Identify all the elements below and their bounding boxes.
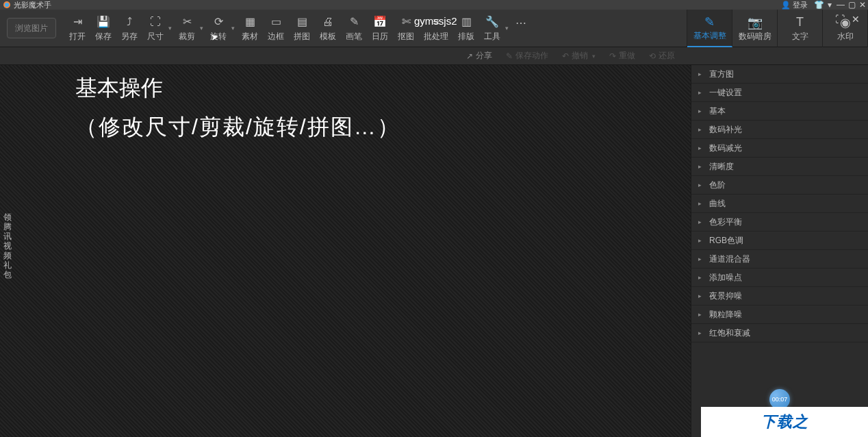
tb-saveas[interactable]: ⤴另存: [116, 10, 142, 47]
tb-collage[interactable]: ▤拼图: [289, 10, 315, 47]
saveas-icon: ⤴: [127, 14, 132, 29]
tools-icon: 🔧: [485, 14, 499, 29]
panel-grain-denoise[interactable]: ▸颗粒降噪: [691, 305, 868, 324]
arrow-icon: ▸: [698, 163, 705, 170]
arrow-icon: ▸: [698, 311, 705, 318]
arrow-icon: ▸: [698, 274, 705, 281]
close-window-icon[interactable]: ✕: [857, 0, 868, 10]
tb-border-label: 边框: [268, 31, 284, 42]
tb-material[interactable]: ▦素材: [237, 10, 263, 47]
app-title: 光影魔术手: [14, 0, 51, 10]
crop-dd[interactable]: ▾: [200, 25, 205, 32]
dropdown-icon[interactable]: ▾: [824, 0, 835, 10]
cutout-icon: ✄: [402, 14, 411, 29]
inner-window-controls: ⛶ ✕: [835, 14, 860, 25]
login-label: 登录: [793, 0, 808, 10]
collage-icon: ▤: [297, 14, 307, 29]
panel-color-balance[interactable]: ▸色彩平衡: [691, 213, 868, 232]
redo-label: 重做: [619, 50, 635, 62]
tab-darkroom[interactable]: 📷数码暗房: [732, 10, 778, 47]
crop-icon: ✂: [183, 14, 192, 29]
user-icon: 👤: [781, 1, 791, 10]
arrow-icon: ▸: [698, 145, 705, 151]
tb-more[interactable]: ⋯: [511, 10, 531, 47]
share-button[interactable]: ↗分享: [459, 50, 499, 62]
tb-template-label: 模板: [320, 31, 336, 42]
undo-icon: ↶: [562, 51, 569, 61]
arrow-icon: ▸: [698, 329, 705, 336]
timer-text: 00:07: [772, 396, 788, 403]
tb-size[interactable]: ⛶尺寸: [142, 10, 168, 47]
tb-open-label: 打开: [69, 31, 86, 42]
tb-save[interactable]: 💾保存: [90, 10, 116, 47]
svg-point-1: [5, 3, 9, 7]
tb-brush-label: 画笔: [346, 31, 362, 42]
ad-text: 下载之: [761, 412, 808, 432]
panel-rgb-tone[interactable]: ▸RGB色调: [691, 232, 868, 250]
restore-button[interactable]: ⟲还原: [642, 50, 682, 62]
panel-sharpness[interactable]: ▸清晰度: [691, 158, 868, 176]
arrow-icon: ▸: [698, 126, 705, 133]
redo-button[interactable]: ↷重做: [602, 50, 642, 62]
minimize-icon[interactable]: —: [835, 0, 846, 10]
arrow-icon: ▸: [698, 255, 705, 262]
tab-text[interactable]: T文字: [778, 10, 823, 47]
action-bar: ↗分享 ✎保存动作 ↶撤销▾ ↷重做 ⟲还原: [0, 47, 868, 65]
redo-icon: ↷: [609, 51, 616, 61]
tb-open[interactable]: ⇥打开: [64, 10, 90, 47]
undo-button[interactable]: ↶撤销▾: [555, 50, 602, 62]
tutorial-text: 基本操作 （修改尺寸/剪裁/旋转/拼图…）: [75, 71, 400, 145]
tab-text-label: 文字: [792, 31, 808, 42]
maximize-icon[interactable]: ▢: [846, 0, 857, 10]
arrow-icon: ▸: [698, 292, 705, 299]
tb-cutout-label: 抠图: [398, 31, 414, 42]
camera-icon: 📷: [748, 14, 763, 31]
more-icon: ⋯: [515, 15, 526, 30]
tutorial-line2: （修改尺寸/剪裁/旋转/拼图…）: [75, 110, 400, 145]
tb-rotate[interactable]: ⟳旋转: [205, 10, 231, 47]
tb-calendar[interactable]: 📅日历: [367, 10, 393, 47]
panel-oneclick[interactable]: ▸一键设置: [691, 84, 868, 102]
layout-icon: ▥: [461, 14, 472, 29]
panel-label: 一键设置: [709, 87, 742, 99]
tb-brush[interactable]: ✎画笔: [341, 10, 367, 47]
size-dd[interactable]: ▾: [168, 25, 174, 32]
save-action-icon: ✎: [506, 51, 513, 61]
panel-label: 颗粒降噪: [709, 309, 742, 321]
panel-basic[interactable]: ▸基本: [691, 102, 868, 121]
share-icon: ↗: [466, 51, 473, 61]
inner-maximize-icon[interactable]: ⛶: [835, 14, 845, 25]
share-label: 分享: [476, 50, 492, 62]
panel-label: 色阶: [709, 179, 726, 191]
tb-layout[interactable]: ▥排版: [453, 10, 479, 47]
login-link[interactable]: 👤 登录: [776, 0, 813, 10]
bottom-ad[interactable]: 下载之: [701, 407, 868, 437]
panel-levels[interactable]: ▸色阶: [691, 176, 868, 195]
panel-reduce-light[interactable]: ▸数码减光: [691, 139, 868, 158]
panel-label: 红饱和衰减: [709, 327, 750, 339]
panel-label: 清晰度: [709, 161, 734, 173]
save-action-button[interactable]: ✎保存动作: [499, 50, 555, 62]
rotate-dd[interactable]: ▾: [231, 25, 237, 32]
panel-add-noise[interactable]: ▸添加噪点: [691, 269, 868, 287]
panel-fill-light[interactable]: ▸数码补光: [691, 121, 868, 139]
panel-curves[interactable]: ▸曲线: [691, 195, 868, 213]
tshirt-icon[interactable]: 👕: [813, 0, 824, 10]
panel-channel-mixer[interactable]: ▸通道混合器: [691, 250, 868, 269]
tb-tools[interactable]: 🔧工具: [479, 10, 505, 47]
tools-dd[interactable]: ▾: [505, 25, 511, 32]
side-ad-text[interactable]: 领腾讯视频礼包: [3, 212, 12, 279]
panel-label: 添加噪点: [709, 272, 742, 284]
panel-red-saturation[interactable]: ▸红饱和衰减: [691, 324, 868, 342]
tab-basic-adjust[interactable]: ✎基本调整: [687, 10, 732, 47]
tb-template[interactable]: 🖨模板: [315, 10, 341, 47]
tb-border[interactable]: ▭边框: [263, 10, 289, 47]
inner-close-icon[interactable]: ✕: [852, 14, 860, 25]
undo-label: 撤销: [572, 50, 588, 62]
overlay-watermark-label: gymssjs2: [414, 15, 457, 27]
panel-night-denoise[interactable]: ▸夜景抑噪: [691, 287, 868, 305]
tb-crop[interactable]: ✂裁剪: [174, 10, 200, 47]
browse-button[interactable]: 浏览图片: [7, 18, 56, 38]
panel-histogram[interactable]: ▸直方图: [691, 65, 868, 84]
open-icon: ⇥: [73, 14, 82, 29]
